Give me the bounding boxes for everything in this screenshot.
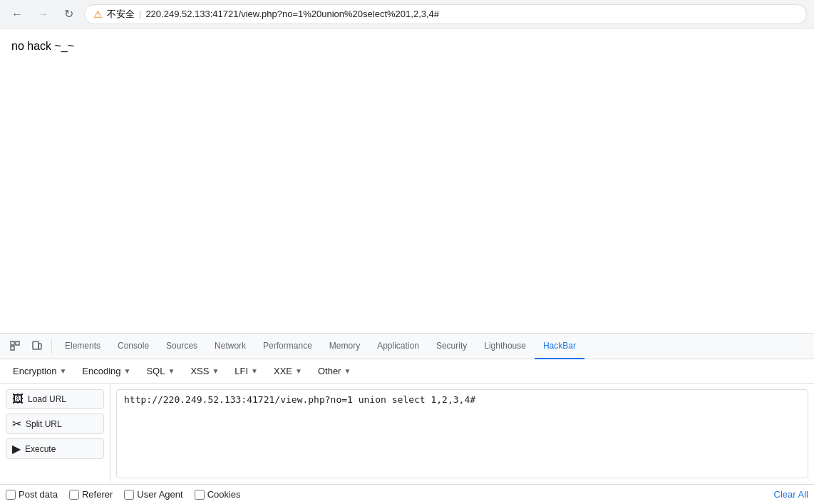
hackbar-area: Encryption▼Encoding▼SQL▼XSS▼LFI▼XXE▼Othe…: [0, 359, 814, 504]
menu-arrow-encryption: ▼: [59, 367, 66, 375]
split-url-label: Split URL: [26, 419, 62, 429]
svg-rect-2: [16, 341, 19, 345]
url-input[interactable]: [116, 389, 808, 478]
hackbar-sidebar: 🖼Load URL✂Split URL▶Execute: [0, 384, 110, 484]
back-button[interactable]: ←: [7, 4, 27, 24]
load-url-icon: 🖼: [12, 393, 24, 406]
devtools-toolbar: ElementsConsoleSourcesNetworkPerformance…: [0, 334, 814, 359]
load-url-button[interactable]: 🖼Load URL: [6, 389, 104, 409]
execute-button[interactable]: ▶Execute: [6, 438, 104, 459]
menu-item-xxe[interactable]: XXE▼: [267, 363, 309, 379]
device-toolbar-button[interactable]: [27, 336, 47, 356]
menu-label-encoding: Encoding: [82, 366, 120, 376]
checkbox-referer[interactable]: [69, 490, 79, 500]
menu-item-lfi[interactable]: LFI▼: [227, 363, 265, 379]
menu-label-xss: XSS: [190, 366, 209, 376]
checkbox-label-post-data: Post data: [19, 489, 58, 500]
menu-item-sql[interactable]: SQL▼: [139, 363, 182, 379]
hackbar-content: [110, 384, 814, 484]
menu-label-encryption: Encryption: [13, 366, 56, 376]
devtools-tab-hackbar[interactable]: HackBar: [535, 334, 584, 359]
page-content: no hack ~_~: [0, 29, 814, 333]
separator: |: [139, 9, 141, 19]
forward-button[interactable]: →: [33, 4, 53, 24]
execute-label: Execute: [25, 444, 56, 454]
address-bar: ⚠ 不安全 | 220.249.52.133:41721/view.php?no…: [84, 4, 807, 24]
menu-item-xss[interactable]: XSS▼: [183, 363, 226, 379]
svg-rect-0: [11, 341, 14, 345]
checkbox-label-user-agent: User Agent: [137, 489, 182, 500]
checkbox-item-cookies[interactable]: Cookies: [195, 489, 241, 500]
devtools-tab-application[interactable]: Application: [369, 334, 428, 359]
menu-item-encoding[interactable]: Encoding▼: [75, 363, 138, 379]
checkbox-label-cookies: Cookies: [207, 489, 241, 500]
devtools-tab-sources[interactable]: Sources: [158, 334, 206, 359]
hackbar-main: 🖼Load URL✂Split URL▶Execute: [0, 384, 814, 484]
clear-all-button[interactable]: Clear All: [774, 489, 808, 500]
devtools-tab-lighthouse[interactable]: Lighthouse: [475, 334, 535, 359]
devtools-tab-network[interactable]: Network: [206, 334, 254, 359]
hackbar-menu: Encryption▼Encoding▼SQL▼XSS▼LFI▼XXE▼Othe…: [0, 359, 814, 384]
toolbar-divider: [51, 339, 52, 354]
menu-arrow-sql: ▼: [168, 367, 175, 375]
reload-button[interactable]: ↻: [58, 4, 78, 24]
menu-label-lfi: LFI: [235, 366, 248, 376]
menu-arrow-xxe: ▼: [295, 367, 302, 375]
menu-arrow-other: ▼: [344, 367, 351, 375]
address-text[interactable]: 220.249.52.133:41721/view.php?no=1%20uni…: [145, 9, 439, 19]
svg-rect-1: [11, 346, 14, 350]
devtools-tab-elements[interactable]: Elements: [56, 334, 109, 359]
browser-bar: ← → ↻ ⚠ 不安全 | 220.249.52.133:41721/view.…: [0, 0, 814, 29]
svg-rect-4: [38, 344, 41, 349]
menu-item-encryption[interactable]: Encryption▼: [6, 363, 73, 379]
checkbox-post-data[interactable]: [6, 490, 16, 500]
devtools-tab-console[interactable]: Console: [109, 334, 158, 359]
menu-item-other[interactable]: Other▼: [311, 363, 358, 379]
split-url-icon: ✂: [12, 417, 21, 431]
checkbox-cookies[interactable]: [195, 490, 205, 500]
page-body-text: no hack ~_~: [11, 40, 803, 53]
checkbox-item-user-agent[interactable]: User Agent: [124, 489, 182, 500]
menu-arrow-xss: ▼: [212, 367, 219, 375]
devtools-tab-security[interactable]: Security: [428, 334, 475, 359]
svg-rect-3: [33, 341, 38, 349]
devtools-tabs: ElementsConsoleSourcesNetworkPerformance…: [56, 334, 808, 359]
load-url-label: Load URL: [28, 394, 66, 404]
menu-label-xxe: XXE: [274, 366, 292, 376]
menu-label-other: Other: [318, 366, 341, 376]
insecure-label: 不安全: [107, 8, 135, 21]
checkbox-item-post-data[interactable]: Post data: [6, 489, 58, 500]
menu-arrow-encoding: ▼: [124, 367, 131, 375]
hackbar-bottom: Post dataRefererUser AgentCookiesClear A…: [0, 484, 814, 504]
warning-icon: ⚠: [93, 9, 103, 20]
devtools-tab-memory[interactable]: Memory: [321, 334, 369, 359]
checkbox-item-referer[interactable]: Referer: [69, 489, 113, 500]
inspect-element-button[interactable]: [6, 336, 26, 356]
checkbox-user-agent[interactable]: [124, 490, 134, 500]
split-url-button[interactable]: ✂Split URL: [6, 413, 104, 434]
execute-icon: ▶: [12, 442, 21, 456]
menu-arrow-lfi: ▼: [251, 367, 258, 375]
devtools-panel: ElementsConsoleSourcesNetworkPerformance…: [0, 333, 814, 504]
devtools-tab-performance[interactable]: Performance: [254, 334, 321, 359]
menu-label-sql: SQL: [146, 366, 165, 376]
checkbox-label-referer: Referer: [82, 489, 113, 500]
